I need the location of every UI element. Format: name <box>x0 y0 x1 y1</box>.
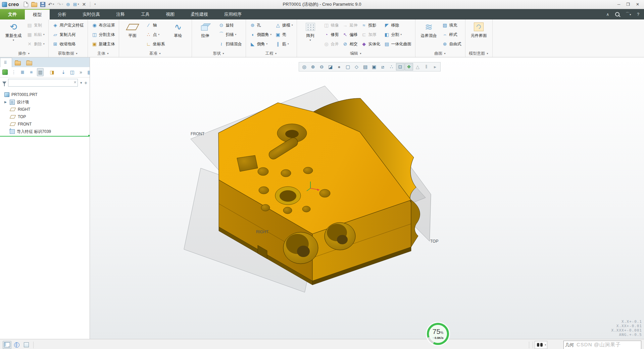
coordinate-system-button[interactable]: ∟坐标系 <box>144 39 166 49</box>
hole-button[interactable]: ⊚孔 <box>248 20 273 30</box>
rib-button[interactable]: ∥筋▾ <box>274 39 294 49</box>
tree-item-design-items[interactable]: ▶ 设计项 <box>0 98 90 106</box>
fill-button[interactable]: ▨填充 <box>441 20 463 30</box>
save-button[interactable] <box>40 2 45 7</box>
group-label-datum[interactable]: 基准▼ <box>119 50 192 57</box>
maximize-button[interactable]: ❒ <box>626 2 630 7</box>
tree-model-button[interactable] <box>2 68 8 76</box>
hole[interactable] <box>283 207 292 214</box>
point-button[interactable]: ∴点▾ <box>144 30 166 39</box>
offset-button[interactable]: ↖偏移 <box>341 30 359 39</box>
undo-dropdown-arrow-icon[interactable]: ▾ <box>53 3 54 6</box>
new-body-button[interactable]: ▣新建主体 <box>90 39 116 49</box>
top-plane-label[interactable]: TOP <box>430 239 438 244</box>
window-switch-button[interactable]: ⊞▾ <box>73 2 79 7</box>
datum-plane-button[interactable]: 平面 <box>121 20 144 39</box>
model-tree-tab[interactable] <box>0 58 12 67</box>
dropdown-arrow-icon[interactable]: ▾ <box>270 33 272 36</box>
hole[interactable] <box>302 206 310 212</box>
regenerate-button[interactable]: ⟲ 重新生成 ▼ <box>2 20 24 41</box>
find-dropdown-arrow-icon[interactable]: ▾ <box>545 344 546 346</box>
collapse-all-button[interactable]: ≡ <box>28 68 34 76</box>
boolean-button[interactable]: ◉布尔运算 <box>90 20 116 30</box>
remove-button[interactable]: ◤移除 <box>383 20 413 30</box>
graphics-viewport[interactable]: ◎ ⊕ ⊖ ◪ ● ▢ ◇ ▤ ▣ ⧄ ∴ ⊡ ❖ △ ‖ ▸ <box>90 57 644 339</box>
dropdown-arrow-icon[interactable]: ▾ <box>292 24 293 27</box>
tree-filter-input[interactable] <box>8 79 78 87</box>
style-button[interactable]: ⌢样式 <box>441 30 463 39</box>
close-app-button[interactable]: ✕ <box>636 2 639 7</box>
project-button[interactable]: ≈投影 <box>360 20 382 30</box>
split-body-button[interactable]: ◫分割主体 <box>90 30 116 39</box>
component-interface-button[interactable]: 元件界面 <box>468 20 490 39</box>
group-label-body[interactable]: 主体▼ <box>88 50 119 57</box>
add-filter-button[interactable]: + <box>84 80 87 86</box>
find-button[interactable]: ▾ <box>535 341 547 349</box>
shell-button[interactable]: ▣壳 <box>274 30 294 39</box>
insert-indicator[interactable] <box>0 136 90 137</box>
dropdown-arrow-icon[interactable]: ▾ <box>266 43 268 45</box>
tab-analysis[interactable]: 分析 <box>50 9 75 19</box>
hole[interactable] <box>258 167 268 176</box>
solidify-button[interactable]: ◆实体化 <box>360 39 382 49</box>
boundary-blend-button[interactable]: ≋ 边界混合 <box>418 20 440 39</box>
tab-applications[interactable]: 应用程序 <box>216 9 250 19</box>
chamfer-button[interactable]: ◣倒角▾ <box>248 39 273 49</box>
hole[interactable] <box>303 167 313 174</box>
pattern-button[interactable]: 阵列 ▼ <box>299 20 321 41</box>
copy-geometry-button[interactable]: ▱复制几何 <box>51 30 85 39</box>
draft-button[interactable]: △拔模▾ <box>274 20 294 30</box>
close-window-button[interactable]: ✕ <box>82 2 86 7</box>
extrude-button[interactable]: 拉伸 <box>194 20 216 39</box>
hole[interactable] <box>261 204 270 211</box>
round-button[interactable]: ◖倒圆角▾ <box>248 30 273 39</box>
dropdown-arrow-icon[interactable]: ▾ <box>401 33 402 36</box>
selection-filter-box[interactable]: 几何 CSDN @山涧果子 <box>563 341 641 349</box>
toggle-navigator-button[interactable] <box>3 341 11 349</box>
tree-item-front-plane[interactable]: FRONT <box>0 120 90 128</box>
tree-item-top-plane[interactable]: TOP <box>0 113 90 120</box>
group-label-shapes[interactable]: 形状▼ <box>192 50 246 57</box>
help-icon[interactable]: ? <box>637 12 639 17</box>
model-3d-view[interactable]: FRONT RIGHT TOP <box>90 57 644 339</box>
sweep-button[interactable]: ⌒扫描▾ <box>217 30 243 39</box>
divide-button[interactable]: ◧分割▾ <box>383 30 413 39</box>
minimize-button[interactable]: ─ <box>617 2 621 7</box>
tab-flexible-modeling[interactable]: 柔性建模 <box>183 9 216 19</box>
dropdown-arrow-icon[interactable]: ▾ <box>158 33 160 36</box>
udf-button[interactable]: ◈用户定义特征 <box>51 20 85 30</box>
tab-annotate[interactable]: 注释 <box>108 9 133 19</box>
group-label-editing[interactable]: 编辑▼ <box>297 50 415 57</box>
dropdown-arrow-icon[interactable]: ▾ <box>288 43 289 45</box>
group-label-operations[interactable]: 操作▼ <box>0 50 48 57</box>
new-file-button[interactable] <box>24 2 28 7</box>
fullscreen-button[interactable] <box>22 341 30 349</box>
group-label-surfaces[interactable]: 曲面▼ <box>415 50 465 57</box>
freestyle-button[interactable]: ⊛自由式 <box>441 39 463 49</box>
expand-all-button[interactable]: ≣ <box>19 68 26 76</box>
undo-button[interactable]: ↶▾ <box>48 2 54 7</box>
browser-button[interactable] <box>13 341 21 349</box>
shrinkwrap-button[interactable]: ⊞收缩包络 <box>51 39 85 49</box>
trim-button[interactable]: ◔修剪 <box>322 30 340 39</box>
filter-dropdown-arrow-icon[interactable]: ▼ <box>80 81 83 85</box>
dropdown-arrow-icon[interactable]: ▾ <box>235 33 237 36</box>
unify-surface-button[interactable]: ▤一体化曲面 <box>383 39 413 49</box>
sketch-button[interactable]: ∿ 草绘 <box>167 20 189 39</box>
tree-item-import-feature[interactable]: 导入特征 标识7039 <box>0 128 90 135</box>
tab-live-simulation[interactable]: 实时仿真 <box>75 9 108 19</box>
group-label-get-data[interactable]: 获取数据▼ <box>49 50 88 57</box>
axis-button[interactable]: ∕轴 <box>144 20 166 30</box>
group-label-model-intent[interactable]: 模型意图▼ <box>465 50 492 57</box>
tree-item-right-plane[interactable]: RIGHT <box>0 106 90 113</box>
more-tools-button[interactable]: » <box>78 68 84 76</box>
tab-file[interactable]: 文件 <box>0 9 25 19</box>
clear-filter-icon[interactable]: ✕ <box>73 80 77 85</box>
tree-sort-button[interactable]: ⇣ <box>60 68 66 76</box>
tab-view[interactable]: 视图 <box>158 9 183 19</box>
learning-center-icon[interactable]: ⌒▾ <box>626 11 631 17</box>
regenerate-quick-button[interactable]: ⊜ <box>66 2 70 7</box>
collapse-ribbon-icon[interactable]: ∧ <box>606 12 609 17</box>
tab-model[interactable]: 模型 <box>25 9 50 19</box>
open-file-button[interactable] <box>31 2 37 7</box>
